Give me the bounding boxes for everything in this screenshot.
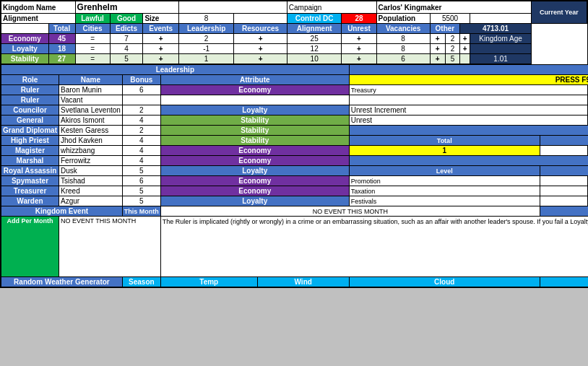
eq1: =	[75, 34, 110, 44]
sp4: +	[430, 54, 445, 64]
unrest-increment-label: Unrest Increment	[349, 105, 588, 116]
economy-resources[interactable]: 8	[376, 34, 430, 44]
attr-warden: Loyalty	[160, 196, 349, 206]
stability-age: 1.01	[470, 54, 531, 64]
bonus-councilor: 2	[122, 105, 160, 116]
temp-btn[interactable]: Temp	[160, 277, 257, 287]
bonus-ruler2	[122, 95, 160, 105]
loyalty-total: 18	[48, 44, 75, 54]
stability-total: 27	[48, 54, 75, 64]
this-month-header: This Month	[122, 206, 160, 217]
stability-other[interactable]: 5	[445, 54, 459, 64]
press-f9[interactable]: PRESS F9 TO CALCULATE/UPDATE	[349, 75, 588, 85]
wind-btn[interactable]: Wind	[257, 277, 349, 287]
steq: =	[75, 54, 110, 64]
campaign-value: Carlos' Kingmaker	[376, 1, 531, 14]
attr-spymaster: Economy	[160, 176, 349, 186]
bonus-highpriest: 4	[122, 136, 160, 146]
name-ruler2: Vacant	[59, 95, 123, 105]
name-councilor: Svetlana Leventon	[59, 105, 123, 116]
attr-ruler2	[160, 95, 349, 105]
leadership-section-header: Leadership	[1, 65, 350, 75]
role-treasurer: Treasurer	[1, 186, 59, 196]
role-warden: Warden	[1, 196, 59, 206]
loyalty-resources[interactable]: 8	[376, 44, 430, 54]
economy-edicts[interactable]: 2	[178, 34, 233, 44]
control-dc-label: Control DC	[287, 14, 342, 24]
season-btn[interactable]: Season	[122, 277, 160, 287]
p4: +	[430, 34, 445, 44]
random-weather-btn[interactable]: Random Weather Generator	[1, 277, 123, 287]
role-general: General	[1, 116, 59, 126]
name-spymaster: Tsishad	[59, 176, 123, 186]
cons-total-val: 1	[349, 146, 540, 156]
lp4: +	[430, 44, 445, 54]
name-granddiplom: Kesten Garess	[59, 126, 123, 136]
name-highpriest: Jhod Kavken	[59, 136, 123, 146]
loyalty-leadership[interactable]: 12	[287, 44, 342, 54]
loyalty-cities[interactable]: 4	[110, 44, 143, 54]
attr-magister: Economy	[160, 146, 349, 156]
role-highpriest: High Priest	[1, 136, 59, 146]
edicts-header: Edicts	[110, 24, 143, 34]
treasury-label: Treasury	[349, 85, 588, 95]
name-marshal: Ferrowitz	[59, 156, 123, 166]
campaign-label: Campaign	[287, 1, 376, 14]
alignment-label: Alignment	[1, 14, 76, 24]
festivals-label: Festivals	[349, 196, 540, 206]
other-value: 4713.01	[460, 24, 532, 34]
taxation-level[interactable]: Normal	[540, 186, 588, 196]
promotion-level[interactable]: Token	[540, 176, 588, 186]
cities-header: Cities	[75, 24, 110, 34]
name-general: Akiros Ismont	[59, 116, 123, 126]
name-treasurer: Kreed	[59, 186, 123, 196]
unrest-header: Unrest	[342, 24, 376, 34]
good-label: Good	[110, 14, 143, 24]
kingdom-name-value: Grenhelm	[75, 1, 178, 14]
name-magister: whizzbang	[59, 146, 123, 156]
economy-cities[interactable]: 7	[110, 34, 143, 44]
resources-header: Resources	[234, 24, 287, 34]
stability-cities[interactable]: 5	[110, 54, 143, 64]
other-header: Other	[430, 24, 459, 34]
name-ruler1: Baron Munin	[59, 85, 123, 95]
event-description: The Ruler is implicated (rightly or wron…	[160, 217, 588, 277]
festivals-level[interactable]: 1	[540, 196, 588, 206]
loyalty-edicts[interactable]: -1	[178, 44, 233, 54]
kingdom-name-label: Kingdom Name	[1, 1, 76, 14]
attr-councilor: Loyalty	[160, 105, 349, 116]
p1: +	[143, 34, 178, 44]
edict-level-hdr: Level	[349, 166, 540, 176]
loyalty-alignment[interactable]: 2	[445, 44, 459, 54]
cons-total-hdr: Total	[349, 136, 540, 146]
economy-alignment[interactable]: 2	[445, 34, 459, 44]
loyalty-label: Loyalty	[1, 44, 49, 54]
attr-granddiplom: Stability	[160, 126, 349, 136]
stability-leadership[interactable]: 10	[287, 54, 342, 64]
economy-leadership[interactable]: 25	[287, 34, 342, 44]
unrest-label: Unrest	[349, 116, 588, 126]
p5: +	[460, 34, 470, 44]
stability-resources[interactable]: 6	[376, 54, 430, 64]
cloud-btn[interactable]: Cloud	[349, 277, 540, 287]
lawful-label: Lawful	[75, 14, 110, 24]
size-value: 8	[178, 14, 233, 24]
bonus-spymaster: 6	[122, 176, 160, 186]
name-header: Name	[59, 75, 123, 85]
consumption-header: Consumption	[349, 126, 588, 136]
sp2: +	[234, 54, 287, 64]
bonus-ruler1: 6	[122, 85, 160, 95]
role-header: Role	[1, 75, 59, 85]
lp3: +	[342, 44, 376, 54]
attribute-header: Attribute	[160, 75, 349, 85]
ongoing2[interactable]	[349, 95, 588, 105]
p2: +	[234, 34, 287, 44]
role-councilor: Councilor	[1, 105, 59, 116]
stability-edicts[interactable]: 1	[178, 54, 233, 64]
bonus-warden: 5	[122, 196, 160, 206]
rain-btn[interactable]: Rain	[540, 277, 588, 287]
role-marshal: Marshal	[1, 156, 59, 166]
attr-highpriest: Stability	[160, 136, 349, 146]
economy-label: Economy	[1, 34, 49, 44]
leq: =	[75, 44, 110, 54]
